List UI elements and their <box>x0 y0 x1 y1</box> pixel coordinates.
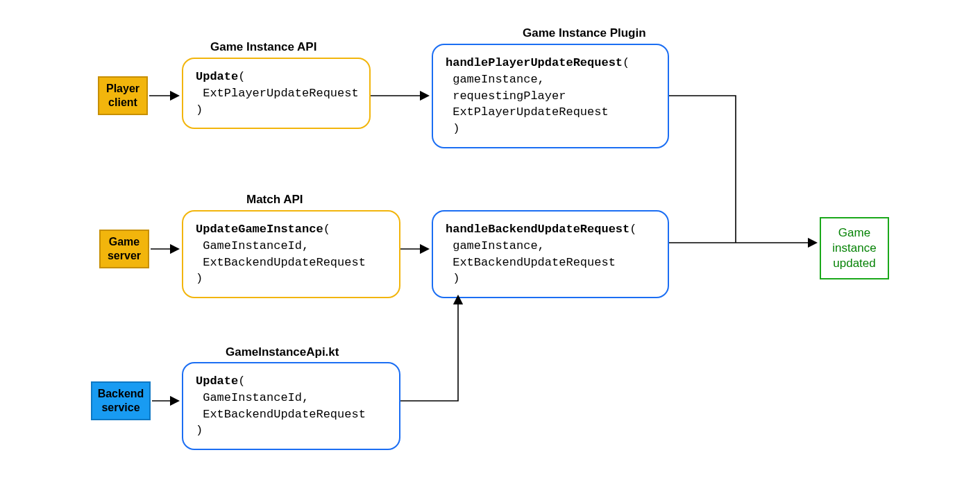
arg: requestingPlayer <box>453 89 566 103</box>
fn-update-backend: Update <box>196 374 238 388</box>
source-player-client: Player client <box>98 76 148 115</box>
box-handle-backend-update: handleBackendUpdateRequest( gameInstance… <box>432 210 669 298</box>
arrow-updatekt-up <box>400 297 458 401</box>
title-game-instance-api-kt: GameInstanceApi.kt <box>226 345 339 359</box>
arg: ExtBackendUpdateRequest <box>203 408 366 421</box>
box-result: Game instance updated <box>820 217 889 279</box>
arg: GameInstanceId, <box>203 239 309 252</box>
arg: ExtPlayerUpdateRequest <box>453 105 608 119</box>
fn-handle-player-update: handlePlayerUpdateRequest <box>446 56 623 69</box>
fn-handle-backend-update: handleBackendUpdateRequest <box>446 223 630 236</box>
box-update-player: Update( ExtPlayerUpdateRequest ) <box>182 58 371 129</box>
fn-update-game-instance: UpdateGameInstance <box>196 223 323 236</box>
title-match-api: Match API <box>246 193 303 207</box>
arg: ExtBackendUpdateRequest <box>203 256 366 269</box>
arg: ExtBackendUpdateRequest <box>453 256 616 269</box>
arrow-handleplayer-down <box>669 96 736 243</box>
source-backend-service: Backend service <box>91 381 151 420</box>
source-game-server: Game server <box>99 230 149 268</box>
fn-update-player: Update <box>196 70 238 83</box>
title-game-instance-api: Game Instance API <box>210 40 316 54</box>
arg: gameInstance, <box>453 73 545 86</box>
arg: gameInstance, <box>453 239 545 252</box>
box-update-backend: Update( GameInstanceId, ExtBackendUpdate… <box>182 362 400 450</box>
arg: ExtPlayerUpdateRequest <box>203 87 358 100</box>
box-handle-player-update: handlePlayerUpdateRequest( gameInstance,… <box>432 44 669 148</box>
title-game-instance-plugin: Game Instance Plugin <box>523 26 646 40</box>
arg: GameInstanceId, <box>203 391 309 404</box>
box-update-game-instance: UpdateGameInstance( GameInstanceId, ExtB… <box>182 210 400 298</box>
